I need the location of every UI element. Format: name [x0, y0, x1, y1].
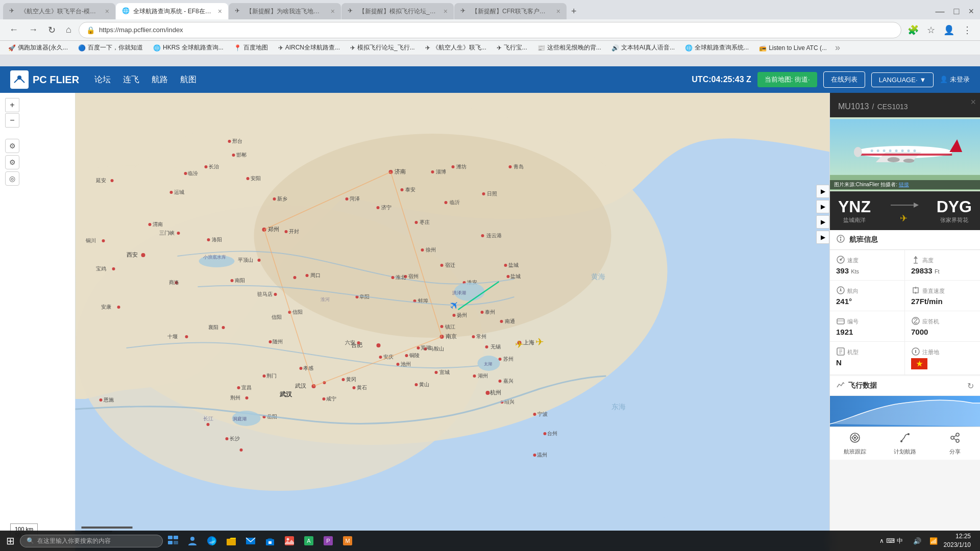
bookmark-7[interactable]: ✈《航空人生》联飞... [421, 42, 491, 53]
tab-flight-track[interactable]: 航班跟踪 [830, 427, 880, 460]
home-button[interactable]: ⌂ [63, 22, 75, 37]
squawk-cell: 应答机 7000 [905, 311, 980, 342]
taskbar-search[interactable]: 🔍 在这里输入你要搜索的内容 [20, 535, 163, 547]
taskbar-icon-mail[interactable] [241, 532, 260, 550]
search-placeholder: 在这里输入你要搜索的内容 [37, 537, 111, 545]
svg-text:芜湖: 芜湖 [421, 345, 431, 350]
taskbar-icon-person[interactable] [183, 532, 202, 550]
tab-planned-route[interactable]: 计划航路 [880, 427, 930, 460]
location-button[interactable]: ◎ [5, 171, 19, 186]
svg-point-215 [840, 237, 842, 238]
tab-share[interactable]: 分享 [930, 427, 980, 460]
language-button[interactable]: LANGUAGE· ▼ [871, 72, 934, 87]
zoom-in-button[interactable]: + [5, 98, 19, 112]
show-desktop-button[interactable] [975, 532, 978, 550]
svg-text:无锡: 无锡 [491, 344, 501, 349]
svg-text:随州: 随州 [273, 339, 283, 344]
tab-close-1[interactable]: × [105, 7, 109, 15]
nav-link-route[interactable]: 航路 [152, 74, 168, 85]
new-tab-button[interactable]: + [567, 4, 581, 19]
tab-close-4[interactable]: × [444, 7, 448, 15]
minimize-button[interactable]: — [933, 4, 948, 19]
back-button[interactable]: ← [6, 22, 21, 37]
taskbar-icon-task-view[interactable] [164, 532, 182, 550]
bookmarks-more[interactable]: » [835, 42, 840, 53]
maximize-button[interactable]: □ [951, 4, 963, 19]
taskbar-time[interactable]: 12:25 2023/1/10 [944, 532, 971, 549]
svg-text:P: P [326, 538, 330, 544]
flight-id: MU1013 / CES1013 [838, 99, 908, 112]
bookmark-9[interactable]: 📰这些相见恨晚的背... [533, 42, 605, 53]
close-browser-button[interactable]: × [965, 4, 977, 19]
system-tray-arrow[interactable]: ∧ [879, 537, 884, 544]
tab-close-5[interactable]: × [556, 7, 560, 15]
bookmark-4[interactable]: 📍百度地图 [230, 42, 272, 53]
start-button[interactable]: ⊞ [2, 533, 19, 549]
zoom-out-button[interactable]: − [5, 113, 19, 128]
nav-link-forum[interactable]: 论坛 [94, 74, 111, 85]
bookmark-6[interactable]: ✈模拟飞行论坛_飞行... [346, 42, 419, 53]
right-sidebar-btn-2[interactable]: ▶ [816, 200, 829, 213]
taskbar-icon-app2[interactable]: P [319, 532, 337, 550]
svg-point-148 [405, 354, 408, 357]
taskbar-icon-app1[interactable]: A [300, 532, 318, 550]
bookmark-2[interactable]: 🔵百度一下，你就知道 [74, 42, 147, 53]
bookmark-10[interactable]: 🔊文本转AI真人语音... [607, 42, 679, 53]
nav-link-chart[interactable]: 航图 [180, 74, 197, 85]
flight-header: MU1013 / CES1013 × [830, 93, 980, 117]
panel-close-button[interactable]: × [970, 97, 976, 108]
svg-text:盐城: 盐城 [510, 273, 521, 279]
bookmark-button[interactable]: ☆ [925, 22, 937, 38]
browser-tab-4[interactable]: ✈ 【新提醒】模拟飞行论坛_飞机... × [341, 3, 454, 19]
tab-close-2[interactable]: × [218, 7, 222, 15]
login-button[interactable]: 👤 未登录 [940, 75, 970, 84]
layers-button[interactable]: ⚙ [5, 155, 19, 169]
input-method[interactable]: 中 [897, 537, 903, 545]
svg-point-99 [177, 232, 180, 235]
svg-point-250 [190, 537, 194, 541]
bookmark-11[interactable]: 🌐全球航路查询系统... [681, 42, 753, 53]
address-bar[interactable]: 🔒 https://map.pcflier.com/index [79, 22, 901, 38]
volume-icon[interactable]: 🔊 [911, 537, 923, 545]
menu-button[interactable]: ⋮ [961, 22, 974, 38]
svg-text:延安: 延安 [95, 178, 106, 183]
profile-button[interactable]: 👤 [941, 22, 957, 38]
nav-link-connect[interactable]: 连飞 [123, 74, 139, 85]
svg-point-69 [481, 311, 484, 314]
browser-tab-1[interactable]: ✈ 《航空人生》联飞平台-模拟飞... × [3, 3, 115, 19]
flight-info-icon [836, 234, 845, 245]
taskbar-icon-file-explorer[interactable] [222, 532, 240, 550]
svg-text:武汉: 武汉 [295, 383, 306, 389]
svg-text:长沙: 长沙 [230, 436, 240, 441]
settings-button[interactable]: ⚙ [5, 139, 19, 153]
right-sidebar-btn-3[interactable]: ▶ [816, 215, 829, 229]
taskbar-icon-edge[interactable] [203, 532, 221, 550]
forward-button[interactable]: → [26, 22, 41, 37]
refresh-chart-button[interactable]: ↻ [967, 381, 974, 391]
route-section: YNZ 盐城南洋 ✈ DYG 张家界荷花 [830, 191, 980, 230]
bookmark-5[interactable]: ✈AIRCN全球航路查... [274, 42, 344, 53]
online-list-button[interactable]: 在线列表 [823, 71, 865, 88]
bookmark-8[interactable]: ✈飞行宝... [493, 42, 531, 53]
right-sidebar-btn-1[interactable]: ▶ [816, 185, 829, 198]
browser-tab-3[interactable]: ✈ 【新提醒】为啥我连飞地图上机... × [229, 3, 341, 19]
extensions-button[interactable]: 🧩 [905, 22, 921, 38]
taskbar-icon-store[interactable] [261, 532, 279, 550]
map-toggle-button[interactable]: 当前地图: 街道· [757, 72, 817, 87]
bookmark-3[interactable]: 🌐HKRS 全球航路查询... [149, 42, 228, 53]
bookmark-atc[interactable]: 📻Listen to Live ATC (... [755, 43, 831, 53]
taskbar-icon-photos[interactable] [280, 532, 299, 550]
refresh-button[interactable]: ↻ [45, 22, 59, 38]
browser-tab-2[interactable]: 🌐 全球航路查询系统 - EF8在线飞... × [116, 3, 228, 19]
network-icon[interactable]: 📶 [927, 537, 940, 545]
right-sidebar-btn-4[interactable]: ▶ [816, 231, 829, 244]
tab-close-3[interactable]: × [331, 7, 335, 15]
svg-text:连云港: 连云港 [486, 233, 502, 238]
taskbar-icon-app3[interactable]: M [338, 532, 357, 550]
bookmark-1[interactable]: 🚀偶跑加速器(永久... [4, 42, 72, 53]
credit-link[interactable]: 链接 [899, 182, 909, 187]
browser-tab-5[interactable]: ✈ 【新提醒】CFR联飞客户端P3D... × [454, 3, 567, 19]
svg-text:泰安: 泰安 [405, 187, 415, 192]
vspeed-icon [911, 286, 920, 296]
right-panel: MU1013 / CES1013 × [829, 93, 980, 551]
